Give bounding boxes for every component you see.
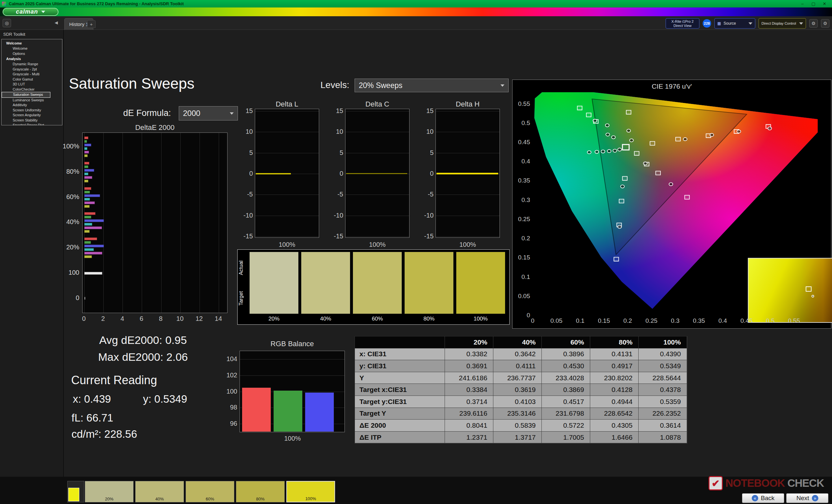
next-button[interactable]: Next » <box>786 493 828 503</box>
swatch-label: 60% <box>353 316 402 322</box>
current-reading-title: Current Reading <box>71 373 157 387</box>
minimize-button[interactable]: – <box>797 1 808 6</box>
axis-tick-label: -10 <box>419 212 434 219</box>
cie-measured-marker <box>593 119 597 122</box>
sidebar-item-grayscale-multi[interactable]: Grayscale - Multi <box>2 72 62 77</box>
tree-section-welcome[interactable]: Welcome <box>2 40 62 46</box>
table-row: x: CIE310.33820.36420.38960.41310.4390 <box>355 348 687 361</box>
cie-plot <box>533 92 818 315</box>
patch-thumb-80[interactable]: 80% <box>236 481 285 502</box>
gridline <box>436 195 499 195</box>
table-cell: 230.8202 <box>590 372 639 384</box>
swatch-strip: Actual Target 20%40%60%80%100% <box>237 249 510 325</box>
delta-c-title: Delta C <box>345 100 410 109</box>
sidebar-item-additivity[interactable]: Additivity <box>2 103 62 108</box>
sidebar-item-screen-angularity[interactable]: Screen Angularity <box>2 113 62 118</box>
meter-line2: Direct View <box>666 24 699 28</box>
sidebar-item-screen-uniformity[interactable]: Screen Uniformity <box>2 108 62 113</box>
table-row-label: Y <box>355 372 445 384</box>
cie-measured-marker <box>606 133 610 136</box>
source-dropdown[interactable]: ▦ Source <box>714 18 755 29</box>
de-formula-value: 2000 <box>183 109 200 118</box>
display-control-dropdown[interactable]: Direct Display Control <box>758 18 806 29</box>
table-header-cell: 60% <box>542 336 590 348</box>
table-cell: 0.4517 <box>542 396 590 408</box>
delta-zero-line <box>256 173 291 174</box>
gridline <box>255 132 319 132</box>
patch-thumb-label: 80% <box>236 497 284 501</box>
patch-thumb-20[interactable]: 20% <box>85 481 134 502</box>
swatch-40 <box>301 252 350 314</box>
tree-section-analysis[interactable]: Analysis <box>2 56 62 62</box>
de-formula-dropdown[interactable]: 2000 <box>179 106 238 120</box>
deltae-chart-plot <box>82 133 228 313</box>
cie-measured-marker <box>620 185 624 188</box>
sidebar-item-dynamic-range[interactable]: Dynamic Range <box>2 62 62 67</box>
back-button[interactable]: « Back <box>742 493 784 503</box>
table-cell: 231.6798 <box>542 408 590 420</box>
axis-tick-label: 10 <box>174 315 186 323</box>
delta-zero-line <box>437 173 498 174</box>
table-cell: 0.4128 <box>590 384 639 396</box>
current-patch-tile[interactable] <box>67 481 84 502</box>
close-button[interactable]: ✕ <box>819 1 830 6</box>
axis-tick-label: 0 <box>419 170 434 177</box>
meter-button[interactable]: X-Rite i1Pro 2 Direct View <box>666 18 699 29</box>
patch-thumb-100[interactable]: 100% <box>286 481 335 502</box>
sidebar-item-options[interactable]: Options <box>2 51 62 56</box>
de-bar-yellow <box>84 230 90 233</box>
sidebar-item-grayscale-2pt[interactable]: Grayscale - 2pt <box>2 67 62 72</box>
patch-thumb-label: 20% <box>85 497 133 501</box>
chevron-down-icon <box>230 112 234 115</box>
sidebar-item-welcome[interactable]: Welcome <box>2 46 62 51</box>
sidebar-item-3d-lut[interactable]: 3D LUT <box>2 82 62 87</box>
cie-measured-marker <box>669 183 673 186</box>
de-formula-label: dE Formula: <box>123 108 171 118</box>
axis-tick-label: 0 <box>525 317 541 325</box>
add-tab-button[interactable]: + <box>87 20 96 28</box>
sidebar-title: SDR Toolkit <box>0 30 63 38</box>
sidebar-item-colorchecker[interactable]: ColorChecker <box>2 87 62 92</box>
toolbar-right-cluster: X-Rite i1Pro 2 Direct View 228 ▦ Source … <box>666 18 829 29</box>
delta-zero-line <box>346 173 407 174</box>
gridline <box>345 236 409 237</box>
gridline <box>436 216 499 216</box>
axis-tick-label: 14 <box>212 315 225 323</box>
cie-zoom-inset <box>748 258 832 323</box>
table-header-cell: 100% <box>639 336 687 348</box>
levels-dropdown[interactable]: 20% Sweeps <box>355 79 509 92</box>
sidebar-item-spectral-power-dist[interactable]: Spectral Power Dist. <box>2 123 62 125</box>
meter-reading-badge[interactable]: 228 <box>703 19 711 28</box>
table-row-label: Target Y <box>355 408 445 420</box>
table-header-cell <box>355 336 445 348</box>
sidebar-item-color-gamut[interactable]: Color Gamut <box>2 77 62 82</box>
workspace-menu-button[interactable]: ◎ <box>3 19 11 27</box>
gridline <box>255 111 319 111</box>
axis-tick-label: 0.35 <box>515 177 530 184</box>
axis-tick-label: 98 <box>223 404 237 411</box>
sidebar-item-screen-stability[interactable]: Screen Stability <box>2 118 62 123</box>
settings-gear-button-2[interactable]: ⚙ <box>821 19 829 28</box>
axis-tick-label: -15 <box>238 232 253 240</box>
inset-measured-marker <box>811 295 814 298</box>
patch-thumb-60[interactable]: 60% <box>186 481 234 502</box>
de-bar-red <box>84 162 89 165</box>
de-bar-blue <box>84 169 94 172</box>
maximize-button[interactable]: ▢ <box>808 1 819 6</box>
de-bar-magenta <box>84 226 102 229</box>
sidebar-item-luminance-sweeps[interactable]: Luminance Sweeps <box>2 98 62 103</box>
cie-target-marker <box>685 195 690 199</box>
table-cell: 1.3717 <box>493 431 542 444</box>
table-cell: 0.4917 <box>590 360 639 372</box>
patch-thumb-40[interactable]: 40% <box>135 481 184 502</box>
axis-tick-label: -10 <box>329 212 343 219</box>
de-bar-blue <box>84 245 104 248</box>
cie-measured-marker <box>587 151 591 153</box>
sidebar-collapse-icon[interactable]: ◀ <box>55 20 58 25</box>
calman-logo-button[interactable]: calman <box>3 8 58 16</box>
source-label: Source <box>724 21 736 26</box>
axis-tick-label: 10 <box>238 128 253 135</box>
sidebar-item-saturation-sweeps[interactable]: Saturation Sweeps <box>2 92 50 98</box>
settings-gear-button[interactable]: ⚙ <box>809 19 818 28</box>
axis-tick-label: 0.55 <box>786 317 802 325</box>
